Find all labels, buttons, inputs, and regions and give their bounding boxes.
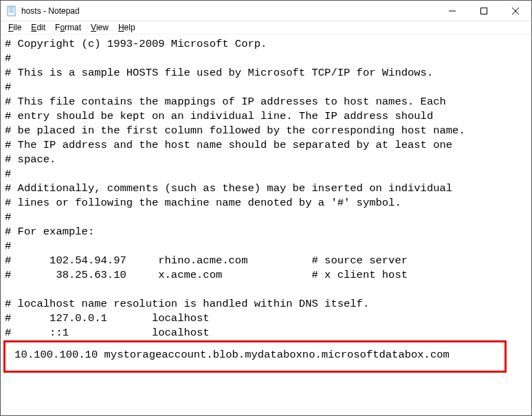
window-controls (436, 1, 531, 21)
menubar: File Edit Format View Help (1, 21, 531, 34)
highlighted-text: 10.100.100.10 mystorageaccount.blob.myda… (8, 348, 502, 362)
file-content: # Copyright (c) 1993-2009 Microsoft Corp… (5, 37, 527, 340)
notepad-icon (6, 6, 17, 17)
close-button[interactable] (500, 1, 531, 21)
menu-file[interactable]: File (3, 22, 26, 33)
window-title: hosts - Notepad (21, 6, 436, 16)
maximize-button[interactable] (468, 1, 500, 21)
menu-view[interactable]: View (86, 22, 113, 33)
menu-format[interactable]: Format (50, 22, 86, 33)
menu-edit[interactable]: Edit (26, 22, 50, 33)
titlebar: hosts - Notepad (1, 1, 531, 21)
menu-help[interactable]: Help (113, 22, 140, 33)
svg-rect-5 (8, 6, 15, 8)
minimize-button[interactable] (436, 1, 468, 21)
highlighted-entry: 10.100.100.10 mystorageaccount.blob.myda… (3, 340, 507, 373)
text-editor-area[interactable]: # Copyright (c) 1993-2009 Microsoft Corp… (1, 34, 531, 375)
svg-rect-7 (481, 8, 487, 14)
